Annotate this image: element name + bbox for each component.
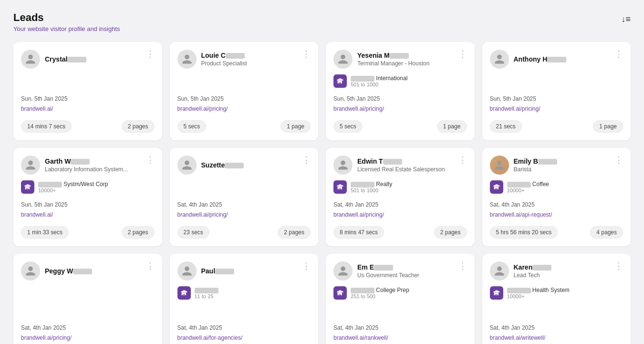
company-info: Systm/West Corp10000+ (38, 181, 108, 193)
lead-role: Laboratory Information System... (45, 166, 128, 173)
more-options-button[interactable]: ⋮ (146, 261, 155, 270)
more-options-button[interactable]: ⋮ (614, 156, 623, 164)
company-size: 10000+ (507, 293, 570, 299)
name-group: Edwin TLicensed Real Estate Salesperson (357, 157, 445, 173)
card-header: Crystal⋮ (21, 50, 155, 69)
pages-pill: 1 page (280, 120, 311, 133)
company-info: Coffee10000+ (507, 181, 549, 193)
card-footer: 21 secs1 page (490, 120, 623, 133)
company-logo (177, 286, 191, 300)
meta-date: Sun, 5th Jan 2025 (490, 95, 623, 102)
lead-role: Terminal Manager - Houston (357, 60, 429, 67)
more-options-button[interactable]: ⋮ (458, 156, 467, 164)
time-pill: 23 secs (177, 226, 209, 239)
lead-name: Garth W (45, 157, 128, 165)
meta-link[interactable]: brandwell.ai/pricing/ (177, 105, 228, 112)
company-info: 11 to 25 (195, 287, 218, 299)
lead-name: Suzette (201, 161, 244, 169)
lead-name: Karen (514, 263, 552, 271)
avatar (177, 50, 197, 69)
avatar (21, 261, 40, 281)
company-name (195, 287, 218, 293)
card-identity: KarenLead Tech (490, 261, 552, 281)
meta-date: Sat, 4th Jan 2025 (333, 324, 467, 331)
card-header: Anthony H⋮ (490, 50, 623, 69)
more-options-button[interactable]: ⋮ (614, 50, 623, 58)
leads-grid: Crystal⋮Sun, 5th Jan 2025brandwell.ai/14… (13, 42, 631, 344)
lead-card: Paul⋮11 to 25Sat, 4th Jan 2025brandwell.… (170, 254, 319, 344)
card-footer: 5 hrs 56 mins 20 secs4 pages (490, 226, 623, 239)
meta-date: Sat, 4th Jan 2025 (177, 201, 311, 208)
company-row: College Prep251 to 500 (333, 286, 467, 300)
pages-pill: 2 pages (122, 120, 155, 133)
card-header: KarenLead Tech⋮ (490, 261, 623, 281)
card-identity: Crystal (21, 50, 86, 69)
meta-date: Sun, 5th Jan 2025 (333, 95, 467, 102)
pages-pill: 1 page (437, 120, 467, 133)
card-header: Garth WLaboratory Information System...⋮ (21, 156, 155, 175)
meta-link[interactable]: brandwell.ai/ (21, 211, 53, 218)
meta-date: Sat, 4th Jan 2025 (21, 324, 155, 331)
more-options-button[interactable]: ⋮ (302, 261, 311, 270)
card-identity: Louie CProduct Specialist (177, 50, 247, 69)
lead-card: Emily BBarista⋮ Coffee10000+Sat, 4th Jan… (482, 148, 631, 246)
meta-date: Sun, 5th Jan 2025 (21, 95, 155, 102)
company-name: International (351, 75, 407, 82)
more-options-button[interactable]: ⋮ (614, 261, 623, 270)
card-footer: 5 secs1 page (177, 120, 311, 133)
meta-link[interactable]: brandwell.ai/writewell/ (490, 334, 546, 341)
company-logo (21, 180, 34, 194)
meta-link[interactable]: brandwell.ai/api-request/ (490, 211, 552, 218)
time-pill: 14 mins 7 secs (21, 120, 72, 133)
company-size: 251 to 500 (351, 293, 409, 299)
name-group: Paul (201, 267, 235, 275)
more-options-button[interactable]: ⋮ (302, 156, 311, 164)
meta-date: Sat, 4th Jan 2025 (333, 201, 467, 208)
name-group: Anthony H (514, 55, 567, 63)
avatar (21, 156, 40, 175)
meta-link[interactable]: brandwell.ai/ (21, 105, 53, 112)
more-options-button[interactable]: ⋮ (302, 50, 311, 58)
company-size: 10000+ (38, 188, 108, 193)
meta-link[interactable]: brandwell.ai/rankwell/ (333, 334, 388, 341)
company-name: Health System (507, 287, 570, 293)
lead-card: Em EUs Government Teacher⋮ College Prep2… (326, 254, 475, 344)
meta-link[interactable]: brandwell.ai/pricing/ (333, 105, 384, 112)
card-meta: Sun, 5th Jan 2025brandwell.ai/pricing/ (177, 95, 311, 113)
card-meta: Sun, 5th Jan 2025brandwell.ai/ (21, 201, 155, 219)
name-group: Peggy W (45, 267, 92, 275)
company-logo (333, 180, 347, 194)
meta-date: Sat, 4th Jan 2025 (490, 324, 623, 331)
card-meta: Sun, 5th Jan 2025brandwell.ai/ (21, 95, 155, 113)
card-header: Edwin TLicensed Real Estate Salesperson⋮ (333, 156, 467, 175)
avatar (333, 156, 353, 175)
lead-role: Lead Tech (514, 272, 552, 279)
lead-name: Emily B (514, 157, 557, 165)
lead-name: Edwin T (357, 157, 445, 165)
avatar (333, 50, 353, 69)
meta-link[interactable]: brandwell.ai/pricing/ (21, 334, 72, 341)
avatar (490, 261, 509, 281)
company-name: Systm/West Corp (38, 181, 108, 188)
more-options-button[interactable]: ⋮ (458, 261, 467, 270)
sort-icon[interactable]: ↓≡ (621, 14, 631, 24)
avatar (490, 156, 509, 175)
company-size: 501 to 1000 (351, 188, 392, 193)
meta-link[interactable]: brandwell.ai/pricing/ (333, 211, 384, 218)
meta-link[interactable]: brandwell.ai/pricing/ (177, 211, 228, 218)
company-info: International501 to 1000 (351, 75, 407, 87)
card-identity: Edwin TLicensed Real Estate Salesperson (333, 156, 445, 175)
card-identity: Yesenia MTerminal Manager - Houston (333, 50, 429, 69)
lead-role: Us Government Teacher (357, 272, 419, 279)
meta-link[interactable]: brandwell.ai/for-agencies/ (177, 334, 243, 341)
page-header: Leads Your website visitor profile and i… (13, 11, 631, 32)
lead-card: Yesenia MTerminal Manager - Houston⋮ Int… (326, 42, 475, 140)
more-options-button[interactable]: ⋮ (146, 50, 155, 58)
meta-date: Sun, 5th Jan 2025 (177, 95, 311, 102)
more-options-button[interactable]: ⋮ (458, 50, 467, 58)
name-group: Crystal (45, 55, 86, 63)
meta-link[interactable]: brandwell.ai/pricing/ (490, 105, 540, 112)
company-info: Realty501 to 1000 (351, 181, 392, 193)
more-options-button[interactable]: ⋮ (146, 156, 155, 164)
lead-card: Louie CProduct Specialist⋮Sun, 5th Jan 2… (170, 42, 319, 140)
